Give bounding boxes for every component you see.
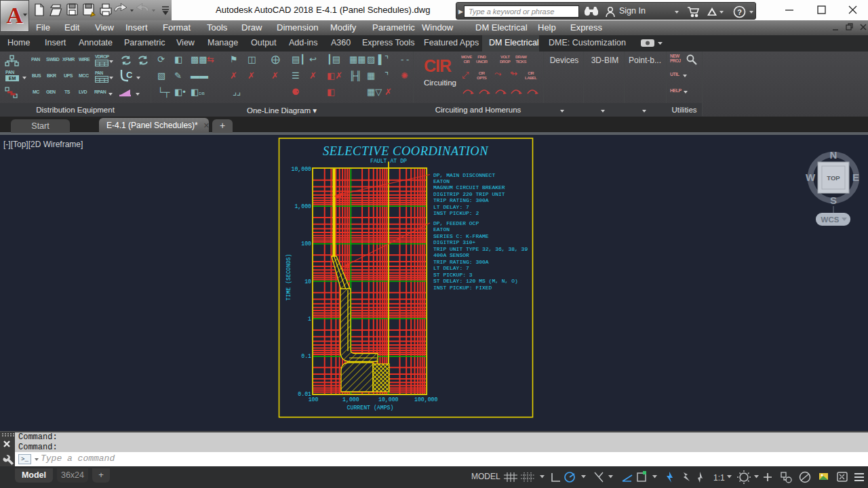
svg-text:1,000: 1,000 (342, 396, 359, 403)
svg-text:DIGITRIP 310+: DIGITRIP 310+ (433, 239, 476, 245)
svg-text:W: W (806, 171, 816, 183)
svg-text:?: ? (737, 8, 742, 16)
svg-text:10,000: 10,000 (292, 166, 312, 172)
svg-text:400A SENSOR: 400A SENSOR (433, 252, 469, 258)
svg-text:EATON: EATON (433, 226, 450, 232)
svg-text:INST PICKUP: 2: INST PICKUP: 2 (433, 210, 479, 216)
svg-text:N: N (830, 149, 837, 161)
svg-text:TIME (SECONDS): TIME (SECONDS) (285, 254, 292, 301)
svg-text:1: 1 (308, 316, 311, 322)
svg-text:C: C (126, 70, 133, 80)
svg-text:S: S (830, 195, 837, 206)
svg-text:E: E (852, 171, 859, 183)
svg-text:1,000: 1,000 (294, 203, 311, 209)
svg-text:CURRENT (AMPS): CURRENT (AMPS) (347, 405, 394, 411)
svg-text:TOP: TOP (827, 174, 840, 182)
svg-text:MAGNUM CIRCUIT BREAKER: MAGNUM CIRCUIT BREAKER (433, 184, 505, 190)
svg-text:TRIP RATING: 300A: TRIP RATING: 300A (433, 197, 489, 203)
svg-text:ST DELAY: 120 MS (M, N, O): ST DELAY: 120 MS (M, N, O) (433, 278, 518, 284)
svg-text:TRIP RATING: 300A: TRIP RATING: 300A (433, 259, 489, 265)
svg-text:WCS: WCS (821, 216, 840, 224)
svg-text:100: 100 (301, 241, 311, 247)
svg-text:DIGITRIP 220 TRIP UNIT: DIGITRIP 220 TRIP UNIT (433, 191, 505, 197)
svg-text:SERIES C: K-FRAME: SERIES C: K-FRAME (433, 233, 489, 239)
svg-text:100: 100 (309, 396, 319, 403)
svg-text:LT DELAY: 7: LT DELAY: 7 (433, 265, 469, 271)
svg-text:ST PICKUP: 3: ST PICKUP: 3 (433, 272, 473, 278)
svg-text:LT DELAY: 7: LT DELAY: 7 (433, 204, 469, 210)
svg-text:INST PICKUP: FIXED: INST PICKUP: FIXED (433, 285, 492, 291)
svg-text:10,000: 10,000 (378, 396, 399, 403)
svg-text:TRIP UNIT TYPE 32, 36, 38, 39: TRIP UNIT TYPE 32, 36, 38, 39 (433, 246, 528, 252)
svg-text:100,000: 100,000 (414, 396, 437, 403)
svg-text:DP, FEEDER OCP: DP, FEEDER OCP (433, 220, 479, 226)
svg-text:0.1: 0.1 (301, 353, 311, 359)
svg-text:SELECTIVE COORDINATION: SELECTIVE COORDINATION (323, 144, 489, 158)
svg-text:10: 10 (304, 279, 311, 285)
svg-text:EATON: EATON (433, 178, 450, 184)
svg-text:1:1: 1:1 (713, 473, 725, 483)
svg-text:DP, MAIN DISCONNECT: DP, MAIN DISCONNECT (433, 172, 495, 178)
